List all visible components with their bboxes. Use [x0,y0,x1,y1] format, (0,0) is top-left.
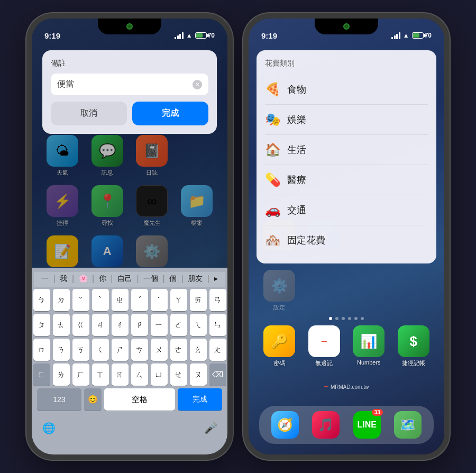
key-q[interactable]: ㄑ [92,339,109,361]
key-p[interactable]: ㄆ [33,314,50,336]
left-phone: 9:19 ▲ 70 [26,13,233,460]
mic-icon[interactable]: 🎤 [200,417,221,439]
key-delete[interactable]: ⌫ [209,363,226,386]
note-clear-button[interactable]: ✕ [193,80,202,89]
key-vh[interactable]: ˋ [92,289,109,311]
key-dot[interactable]: ˙ [151,289,168,311]
globe-icon[interactable]: 🌐 [38,417,59,439]
key-a[interactable]: ㄚ [170,289,187,311]
key-done[interactable]: 完成 [178,388,222,411]
key-ao[interactable]: ㄠ [190,339,207,361]
key-row-1: ㄅ ㄉ ˇ ˋ ㄓ ˊ ˙ ㄚ ㄞ ㄢ [37,289,222,311]
suggestion-6[interactable]: 一個 [143,274,158,284]
keyboard: 一 | 我 | 🌸 | 你 | 自己 | 一個 | 個 | 朋友 | ▸ [32,268,227,454]
medical-emoji: 💊 [265,172,281,187]
key-r[interactable]: ˊ [131,289,148,311]
medical-label: 醫療 [287,174,306,186]
category-dialog-title: 花費類別 [265,59,428,68]
key-rh[interactable]: ㄖ [112,363,129,386]
key-an[interactable]: ㄢ [209,289,226,311]
suggestion-3[interactable]: 🌸 [79,274,88,284]
key-emoji[interactable]: 😊 [84,388,102,411]
key-l[interactable]: ㄌ [53,363,70,386]
key-zh[interactable]: ㄓ [112,289,129,311]
suggestion-7[interactable]: 個 [169,274,177,284]
key-shift[interactable]: ㄈ [33,363,50,386]
key-t[interactable]: ㄊ [53,314,70,336]
life-label: 生活 [287,143,306,156]
suggestion-4[interactable]: 你 [99,274,106,284]
key-ye[interactable]: ㄝ [170,363,187,386]
key-en[interactable]: ㄣ [209,314,226,336]
camera-left [126,23,133,30]
app-mwiji[interactable]: ~ 無邊記 [308,325,340,367]
category-entertainment[interactable]: 🎭 娛樂 [265,105,428,135]
time-left: 9:19 [44,31,60,40]
key-h[interactable]: ㄏ [72,363,89,386]
key-ch[interactable]: ㄔ [112,314,129,336]
key-d[interactable]: ㄉ [53,289,70,311]
key-b[interactable]: ㄅ [33,289,50,311]
entertainment-label: 娛樂 [287,113,306,126]
suggestion-8[interactable]: 朋友 [188,274,203,284]
key-sh[interactable]: ㄕ [112,339,129,361]
food-emoji: 🍕 [265,82,281,97]
key-yu[interactable]: ㄩ [151,363,168,386]
key-row-4: ㄈ ㄌ ㄏ ㄒ ㄖ ㄙ ㄩ ㄝ ㄡ ⌫ [37,363,222,386]
app-keys[interactable]: 🔑 密碼 [263,325,295,367]
category-dialog: 花費類別 🍕 食物 🎭 娛樂 🏠 生活 💊 醫療 🚗 交通 [257,50,436,263]
suggestion-1[interactable]: 一 [41,274,49,284]
key-ou[interactable]: ㄡ [190,363,207,386]
right-app-settings-row: ⚙️ 設定 [249,270,444,312]
status-bar-right: 9:19 ▲ 70 [249,19,444,45]
key-n[interactable]: ㄋ [53,339,70,361]
note-input-row[interactable]: 便當 ✕ [51,74,208,95]
category-food[interactable]: 🍕 食物 [265,75,428,105]
app-numbers[interactable]: 📊 Numbers [353,325,385,367]
status-icons-left: ▲ 70 [175,32,215,39]
note-dialog-buttons: 取消 完成 [51,102,208,125]
suggestion-5[interactable]: 自己 [117,274,132,284]
key-ai[interactable]: ㄞ [190,289,207,311]
key-row-3: ㄇ ㄋ ㄎ ㄑ ㄕ ㄘ ㄨ ㄜ ㄠ ㄤ [37,339,222,361]
category-life[interactable]: 🏠 生活 [265,135,428,165]
category-medical[interactable]: 💊 醫療 [265,165,428,195]
suggestion-more[interactable]: ▸ [214,274,218,284]
key-row-2: ㄆ ㄊ ㄍ ㄐ ㄔ ㄗ ㄧ ㄛ ㄟ ㄣ [37,314,222,336]
signal-icon-right [391,32,400,39]
key-u[interactable]: ㄨ [151,339,168,361]
key-space[interactable]: 空格 [104,388,175,411]
key-123[interactable]: 123 [37,388,81,411]
key-k[interactable]: ㄎ [72,339,89,361]
fixed-emoji: 🏘️ [265,233,281,248]
dot-4 [348,317,351,320]
key-s[interactable]: ㄙ [131,363,148,386]
suggestion-2[interactable]: 我 [60,274,67,284]
app-jijia[interactable]: $ 捷徑記帳 [398,325,429,367]
key-i[interactable]: ㄧ [151,314,168,336]
key-ang[interactable]: ㄤ [209,339,226,361]
note-dialog: 備註 便當 ✕ 取消 完成 [42,50,217,134]
key-g[interactable]: ㄍ [72,314,89,336]
confirm-button[interactable]: 完成 [132,102,208,125]
cancel-button[interactable]: 取消 [51,102,127,125]
key-ei[interactable]: ㄟ [190,314,207,336]
key-o[interactable]: ㄛ [170,314,187,336]
transport-label: 交通 [287,204,306,216]
key-x[interactable]: ㄒ [92,363,109,386]
status-icons-right: ▲ 70 [391,32,432,39]
dot-1 [329,317,332,320]
key-c[interactable]: ㄘ [131,339,148,361]
key-j[interactable]: ㄐ [92,314,109,336]
key-e[interactable]: ㄜ [170,339,187,361]
category-transport[interactable]: 🚗 交通 [265,195,428,225]
status-bar-left: 9:19 ▲ 70 [32,19,227,45]
notch-left [98,19,161,34]
transport-emoji: 🚗 [265,203,281,217]
key-v[interactable]: ˇ [72,289,89,311]
key-z[interactable]: ㄗ [131,314,148,336]
watermark: ~ MRMAD.com.tw [324,383,369,391]
category-fixed[interactable]: 🏘️ 固定花費 [265,225,428,255]
bottom-apps-row: 🔑 密碼 ~ 無邊記 📊 Numbers $ 捷徑記帳 [249,325,444,367]
key-m[interactable]: ㄇ [33,339,50,361]
